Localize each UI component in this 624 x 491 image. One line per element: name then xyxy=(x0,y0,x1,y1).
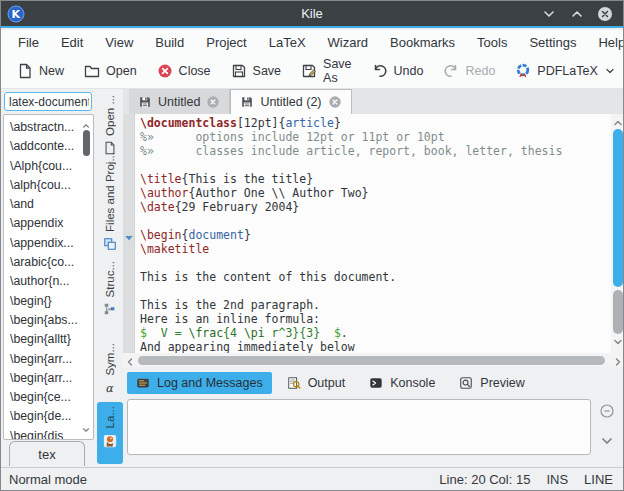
menu-item-tools[interactable]: Tools xyxy=(466,32,518,53)
kile-app-icon: K xyxy=(7,5,25,23)
log-icon xyxy=(136,376,150,390)
editor-code[interactable]: \documentclass[12pt]{article}%» options … xyxy=(140,116,609,353)
code-line: Here is an inline formula: xyxy=(140,312,609,326)
sidebar-tab-open[interactable]: Open ... xyxy=(97,91,123,143)
panel-tab-preview[interactable]: Preview xyxy=(450,372,533,394)
new-document-icon xyxy=(17,63,33,79)
menu-item-build[interactable]: Build xyxy=(144,32,195,53)
menu-item-settings[interactable]: Settings xyxy=(518,32,587,53)
pdflatex-button[interactable]: PDFLaTeX xyxy=(507,59,623,83)
menu-item-view[interactable]: View xyxy=(94,32,144,53)
latex-commands-icon xyxy=(103,434,117,448)
new-button[interactable]: New xyxy=(9,59,72,83)
command-filter-input[interactable] xyxy=(4,92,92,111)
editor-vertical-scrollbar[interactable] xyxy=(611,114,624,353)
save-as-button[interactable]: Save As xyxy=(293,53,360,89)
latex-command-list[interactable]: \abstractn...\addconte...\Alph{cou...\al… xyxy=(3,114,94,440)
titlebar[interactable]: K Kile xyxy=(1,1,623,28)
files-projects-icon xyxy=(103,237,117,251)
code-line: And appearing immediately below xyxy=(140,340,609,353)
sidebar-tab-la[interactable]: La... xyxy=(97,402,123,464)
log-messages-area[interactable] xyxy=(127,399,591,455)
save-icon xyxy=(231,63,247,79)
scrollbar-thumb[interactable] xyxy=(83,130,90,156)
code-line: This is the 2nd paragraph. xyxy=(140,298,609,312)
save-button[interactable]: Save xyxy=(223,59,290,83)
sidebar-tab-label: Sym... xyxy=(104,343,116,376)
code-line xyxy=(140,158,609,172)
editor-icon-border[interactable] xyxy=(123,114,135,353)
panel-chevron-down-button[interactable] xyxy=(599,433,615,449)
minimize-button[interactable] xyxy=(541,6,557,22)
redo-button[interactable]: Redo xyxy=(435,59,503,83)
undo-button[interactable]: Undo xyxy=(364,59,432,83)
redo-label: Redo xyxy=(465,64,495,78)
scroll-right-icon[interactable] xyxy=(612,354,624,372)
insert-mode-label[interactable]: INS xyxy=(546,472,568,487)
save-label: Save xyxy=(253,64,282,78)
editor-tab-untitled-2[interactable]: Untitled (2) xyxy=(230,89,351,114)
editor-mode-label: Normal mode xyxy=(1,472,87,487)
sidebar-tab-label: Struc... xyxy=(104,261,116,297)
open-label: Open xyxy=(106,64,137,78)
floppy-icon xyxy=(138,95,152,109)
cursor-position-label[interactable]: Line: 20 Col: 15 xyxy=(439,472,530,487)
save-as-icon xyxy=(301,63,317,79)
kile-window: K Kile FileEditViewBuildProjectLaTeXWiza… xyxy=(0,0,624,491)
menu-item-latex[interactable]: LaTeX xyxy=(258,32,317,53)
panel-tab-label: Log and Messages xyxy=(157,376,263,390)
scroll-down-icon[interactable] xyxy=(612,334,624,352)
svg-text:K: K xyxy=(12,8,21,21)
panel-tab-label: Output xyxy=(308,376,346,390)
fold-marker-icon[interactable] xyxy=(124,229,134,239)
sidebar-tab-sym[interactable]: Sym...α xyxy=(97,339,123,397)
sidebar-tab-label: La... xyxy=(104,406,116,428)
scrollbar-thumb[interactable] xyxy=(613,129,623,287)
code-line: %» classes include article, report, book… xyxy=(140,144,609,158)
save-as-label: Save As xyxy=(323,57,352,85)
panel-tab-label: Preview xyxy=(480,376,524,390)
konsole-icon xyxy=(369,376,383,390)
command-list-scrollbar[interactable] xyxy=(80,116,92,440)
editor-tab-untitled[interactable]: Untitled xyxy=(129,89,230,114)
collapse-panel-button[interactable] xyxy=(599,403,615,419)
selection-mode-label[interactable]: LINE xyxy=(584,472,613,487)
new-label: New xyxy=(39,64,64,78)
window-title: Kile xyxy=(1,6,623,21)
open-button[interactable]: Open xyxy=(76,59,145,83)
sidebar-tab-tex[interactable]: tex xyxy=(9,441,85,466)
editor-horizontal-scrollbar[interactable] xyxy=(123,353,624,367)
menu-item-help[interactable]: Help xyxy=(587,32,624,53)
panel-tab-output[interactable]: Output xyxy=(278,372,355,394)
editor-tab-label: Untitled (2) xyxy=(260,95,321,109)
menu-item-bookmarks[interactable]: Bookmarks xyxy=(379,32,466,53)
pdflatex-label: PDFLaTeX xyxy=(537,64,597,78)
sidebar-tab-label: Open ... xyxy=(104,95,116,136)
tab-close-icon[interactable] xyxy=(206,95,220,109)
sidebar-tab-label: Files and Proj... xyxy=(104,152,116,232)
maximize-button[interactable] xyxy=(569,6,585,22)
panel-tab-log-and-messages[interactable]: Log and Messages xyxy=(127,372,272,394)
close-window-button[interactable] xyxy=(597,6,613,22)
tab-close-icon[interactable] xyxy=(328,95,342,109)
code-line xyxy=(140,284,609,298)
pdflatex-icon xyxy=(515,63,531,79)
toolbar: NewOpenCloseSaveSave AsUndoRedoPDFLaTeX xyxy=(1,54,623,89)
editor-view[interactable]: \documentclass[12pt]{article}%» options … xyxy=(123,114,624,353)
scrollbar-thumb[interactable] xyxy=(138,356,605,365)
menu-item-wizard[interactable]: Wizard xyxy=(317,32,379,53)
menu-item-file[interactable]: File xyxy=(7,32,50,53)
sidebar-tab-files-and-proj[interactable]: Files and Proj... xyxy=(97,148,123,252)
sidebar-tool-tabs: Open ...Files and Proj...Struc...Sym...α… xyxy=(97,91,123,469)
menu-item-edit[interactable]: Edit xyxy=(50,32,94,53)
panel-tab-konsole[interactable]: Konsole xyxy=(360,372,444,394)
editor-tab-bar: UntitledUntitled (2) xyxy=(123,89,624,114)
code-line xyxy=(140,256,609,270)
scroll-down-icon[interactable] xyxy=(81,421,91,439)
code-line: This is the content of this document. xyxy=(140,270,609,284)
structure-icon xyxy=(103,302,117,316)
scrollbar-secondary-thumb[interactable] xyxy=(613,290,623,334)
sidebar-tab-struc[interactable]: Struc... xyxy=(97,257,123,335)
close-button[interactable]: Close xyxy=(149,59,219,83)
menu-item-project[interactable]: Project xyxy=(195,32,257,53)
